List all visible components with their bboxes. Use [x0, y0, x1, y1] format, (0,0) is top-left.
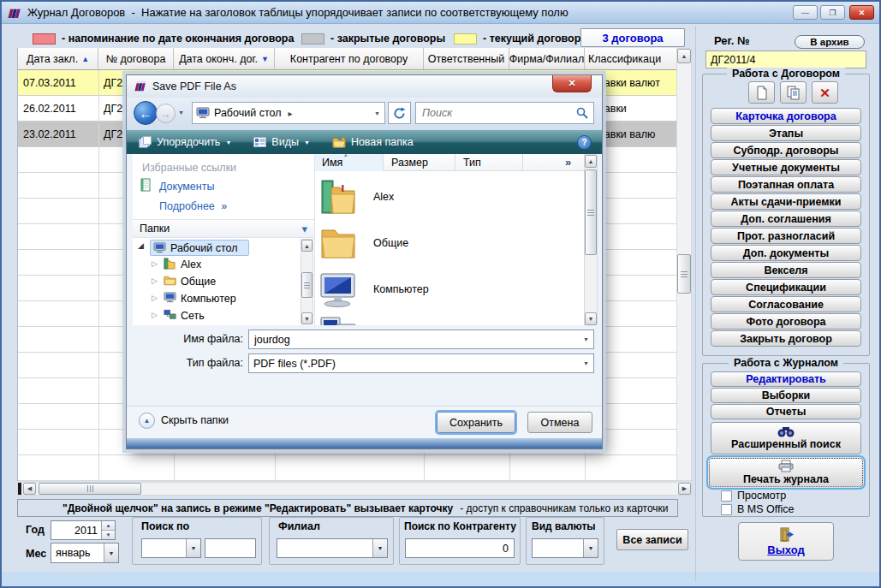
- tree-scrollbar[interactable]: ▲ ▼: [301, 239, 313, 324]
- documents-link[interactable]: Документы: [159, 181, 214, 193]
- hscroll-thumb[interactable]: [39, 483, 141, 495]
- file-item-computer[interactable]: Компьютер: [318, 267, 575, 312]
- hide-folders-label[interactable]: Скрыть папки: [161, 414, 229, 426]
- table-vscrollbar[interactable]: ▲: [676, 48, 692, 481]
- additional-docs-button[interactable]: Доп. документы: [711, 245, 861, 261]
- currency-select[interactable]: ▼: [532, 538, 598, 558]
- column-header-classification[interactable]: Классификаци: [585, 48, 677, 70]
- reg-number-field[interactable]: ДГ2011/4: [705, 50, 866, 68]
- staged-payment-button[interactable]: Поэтапная оплата: [711, 176, 861, 193]
- collapsed-arrow-icon[interactable]: ▷: [152, 276, 158, 285]
- address-bar[interactable]: Рабочий стол ▸ ▼: [192, 102, 385, 124]
- stages-button[interactable]: Этапы: [711, 125, 861, 141]
- contractor-search-value[interactable]: [406, 543, 514, 555]
- archive-button[interactable]: В архив: [795, 35, 865, 49]
- accounting-docs-button[interactable]: Учетные документы: [711, 159, 861, 175]
- collapsed-arrow-icon[interactable]: ▷: [152, 294, 158, 302]
- subcontracts-button[interactable]: Субподр. договоры: [711, 142, 861, 158]
- scroll-down-button[interactable]: ▼: [585, 312, 597, 325]
- disagreement-protocols-button[interactable]: Прот. разногласий: [711, 228, 861, 244]
- expanded-arrow-icon[interactable]: ◢: [138, 241, 144, 250]
- scroll-up-button[interactable]: ▲: [301, 240, 313, 252]
- scroll-right-button[interactable]: ▶: [678, 483, 691, 495]
- search-by-select[interactable]: ▼: [141, 538, 201, 558]
- selections-button[interactable]: Выборки: [711, 388, 861, 403]
- edit-button[interactable]: Редактировать: [711, 371, 861, 387]
- exit-button[interactable]: Выход: [738, 522, 834, 561]
- column-header-date-start[interactable]: Дата закл.▲: [18, 48, 98, 70]
- views-menu[interactable]: Виды ▼: [253, 136, 310, 148]
- file-column-name[interactable]: Имя ▴: [315, 154, 384, 171]
- tree-scroll-thumb[interactable]: [301, 272, 313, 298]
- promissory-notes-button[interactable]: Векселя: [711, 262, 861, 278]
- approval-button[interactable]: Согласование: [711, 296, 861, 312]
- dropdown-arrow-icon[interactable]: ▼: [372, 539, 387, 557]
- contract-card-button[interactable]: Карточка договора: [711, 108, 861, 124]
- dropdown-arrow-icon[interactable]: ▼: [583, 539, 598, 557]
- table-hscrollbar[interactable]: ◀ ▶: [17, 482, 692, 496]
- chevron-down-icon[interactable]: ▾: [301, 223, 307, 235]
- tree-item-computer[interactable]: Компьютер: [181, 293, 236, 305]
- filetype-dropdown-icon[interactable]: ▼: [579, 354, 593, 372]
- close-contract-button[interactable]: Закрыть договор: [711, 330, 861, 347]
- list-scroll-thumb[interactable]: [585, 169, 597, 255]
- scroll-up-button[interactable]: ▲: [585, 155, 597, 168]
- more-link[interactable]: Подробнее »: [159, 200, 227, 212]
- new-contract-button[interactable]: [748, 81, 775, 104]
- column-header-date-end[interactable]: Дата оконч. дог.▼: [174, 48, 275, 70]
- columns-overflow-icon[interactable]: »: [565, 156, 571, 169]
- help-icon[interactable]: ?: [577, 135, 592, 150]
- close-button[interactable]: ✕: [849, 5, 874, 20]
- year-spinner[interactable]: 2011 ▲ ▼: [51, 520, 116, 540]
- acceptance-acts-button[interactable]: Акты сдачи-приемки: [711, 193, 861, 210]
- search-box[interactable]: [415, 102, 594, 124]
- hide-folders-button[interactable]: ▲: [139, 413, 155, 429]
- filetype-select[interactable]: PDF files (*.PDF) ▼: [248, 353, 594, 373]
- save-button[interactable]: Сохранить: [437, 412, 515, 433]
- splitter-mark[interactable]: [18, 483, 21, 495]
- spin-up-icon[interactable]: ▲: [102, 521, 115, 531]
- dialog-close-button[interactable]: ✕: [552, 75, 592, 92]
- addendums-button[interactable]: Доп. соглашения: [711, 211, 861, 227]
- search-input[interactable]: [416, 107, 576, 119]
- tree-item-common[interactable]: Общие: [181, 276, 216, 288]
- branch-select[interactable]: ▼: [277, 538, 388, 558]
- file-column-size[interactable]: Размер: [384, 154, 455, 171]
- all-records-button[interactable]: Все записи: [616, 529, 688, 550]
- back-button[interactable]: ←: [134, 101, 158, 125]
- tree-item-network[interactable]: Сеть: [181, 310, 205, 322]
- preview-checkbox[interactable]: [721, 490, 732, 502]
- breadcrumb-arrow-icon[interactable]: ▸: [288, 109, 292, 118]
- vscroll-thumb[interactable]: [677, 254, 691, 294]
- maximize-button[interactable]: ❐: [820, 5, 845, 20]
- tree-item-desktop[interactable]: Рабочий стол: [150, 240, 249, 256]
- file-item-alex[interactable]: Alex: [318, 175, 575, 219]
- collapsed-arrow-icon[interactable]: ▷: [152, 259, 158, 268]
- minimize-button[interactable]: —: [793, 5, 818, 20]
- organize-menu[interactable]: Упорядочить ▼: [139, 136, 231, 148]
- file-column-type[interactable]: Тип: [456, 154, 523, 171]
- contract-photo-button[interactable]: Фото договора: [711, 313, 861, 330]
- delete-contract-button[interactable]: ✕: [812, 81, 838, 104]
- contractor-search-input[interactable]: [405, 538, 515, 558]
- search-icon[interactable]: [576, 107, 588, 119]
- msoffice-checkbox[interactable]: [721, 504, 732, 515]
- folders-bar[interactable]: Папки ▾: [133, 219, 314, 238]
- reports-button[interactable]: Отчеты: [711, 404, 861, 419]
- file-list-scrollbar[interactable]: ▲ ▼: [584, 154, 598, 325]
- column-header-contractor[interactable]: Контрагент по договору: [275, 48, 424, 70]
- search-by-input[interactable]: [205, 538, 256, 558]
- cancel-button[interactable]: Отмена: [527, 412, 592, 433]
- spin-down-icon[interactable]: ▼: [102, 531, 115, 539]
- file-item-common[interactable]: Общие: [318, 221, 575, 265]
- print-journal-button[interactable]: Печать журнала: [709, 458, 863, 487]
- advanced-search-button[interactable]: Расширенный поиск: [711, 422, 861, 454]
- nav-history-dropdown-icon[interactable]: ▼: [178, 110, 184, 116]
- column-header-responsible[interactable]: Ответственный: [424, 48, 509, 70]
- refresh-button[interactable]: [388, 102, 411, 124]
- copy-contract-button[interactable]: [780, 81, 807, 104]
- column-header-number[interactable]: № договора: [98, 48, 174, 70]
- address-dropdown-icon[interactable]: ▼: [370, 103, 384, 123]
- dropdown-arrow-icon[interactable]: ▼: [186, 539, 200, 557]
- dropdown-arrow-icon[interactable]: ▼: [104, 543, 118, 562]
